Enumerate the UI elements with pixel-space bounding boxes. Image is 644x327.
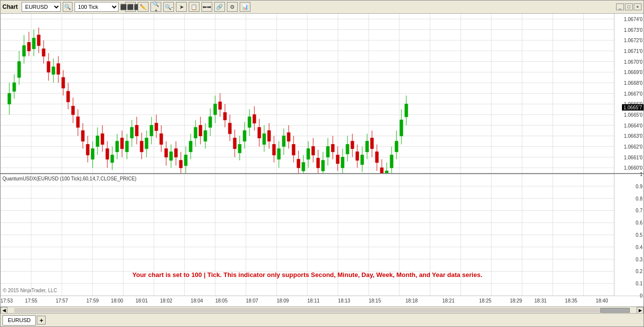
settings-btn[interactable]: ⚙ [227,2,238,12]
indicator-axis: 10.90.80.70.60.50.40.30.20.10 [614,174,644,296]
add-tab-button[interactable]: + [37,316,46,325]
price-axis-label: 1.0674'0 [624,16,643,22]
svg-rect-167 [326,147,329,157]
time-axis-label: 18:15 [369,298,381,303]
cursor-btn[interactable]: ➤ [176,2,187,12]
tab-eurusd[interactable]: EURUSD [2,315,36,326]
svg-rect-179 [356,152,359,160]
price-axis-label: 1.0671'0 [624,48,643,53]
svg-rect-41 [18,62,21,78]
svg-rect-59 [62,77,65,88]
price-axis-label: 1.0667'0 [624,91,643,96]
move-btn[interactable]: ⬅➡ [201,2,212,12]
svg-rect-145 [272,145,275,155]
svg-rect-113 [194,127,197,138]
indicator-canvas[interactable]: QuantumUSDX(EURUSD (100 Tick),60,14,7,CL… [0,174,614,296]
chart-grid-svg [0,14,614,173]
time-axis-label: 18:01 [135,298,148,303]
svg-rect-81 [116,141,119,152]
svg-rect-191 [385,171,388,173]
scroll-right-btn[interactable]: ▶ [637,307,644,314]
time-axis-spacer [614,296,644,306]
indicator-axis-label: 0.8 [636,196,643,201]
svg-rect-189 [380,168,383,173]
zoom-out-btn[interactable]: 🔍- [163,2,174,12]
time-axis-label: 18:40 [595,298,608,303]
time-axis-label: 18:09 [276,298,289,303]
close-btn[interactable]: × [634,3,642,10]
svg-rect-161 [312,147,315,155]
chart-canvas[interactable] [0,14,614,173]
svg-rect-105 [174,149,177,157]
search-button[interactable]: 🔍 [63,2,73,12]
price-axis-label: 1.0661'0 [624,154,643,160]
price-axis-label: 1.0660'0 [624,165,643,171]
time-axis-label: 17:59 [86,298,99,303]
bar-chart-btn[interactable]: ⬛⬛⬛ [125,2,136,12]
chart-main[interactable]: 1.0674'01.0673'01.0672'01.0671'01.0670'0… [0,14,644,173]
maximize-btn[interactable]: □ [625,3,633,10]
svg-rect-89 [135,126,138,136]
indicator-axis-label: 0.7 [636,208,643,213]
svg-rect-63 [72,106,74,115]
svg-rect-73 [96,136,99,147]
svg-rect-115 [199,126,202,136]
current-price-label: 1.0665'7 [622,104,644,110]
time-axis-label: 17:53 [0,298,13,303]
link-btn[interactable]: 🔗 [214,2,225,12]
svg-rect-109 [184,155,187,166]
svg-rect-75 [101,134,104,145]
price-axis-label: 1.0673'0 [624,27,643,32]
svg-rect-171 [336,155,339,163]
template-btn[interactable]: 📋 [189,2,199,12]
timeframe-select[interactable]: 100 Tick [74,2,119,12]
svg-rect-163 [317,158,320,168]
price-axis-label: 1.0664'0 [624,123,643,128]
svg-rect-91 [140,141,143,152]
svg-rect-125 [223,113,226,120]
svg-rect-107 [179,160,182,168]
svg-rect-69 [86,145,89,155]
svg-rect-61 [67,91,70,102]
svg-rect-83 [121,138,124,149]
svg-rect-169 [331,145,334,152]
time-axis-label: 17:57 [56,298,68,303]
svg-rect-101 [165,149,168,157]
svg-rect-139 [258,127,261,138]
scroll-left-btn[interactable]: ◀ [0,307,7,314]
scrollbar-thumb[interactable] [600,308,630,313]
svg-rect-155 [297,159,300,168]
price-axis-label: 1.0668'0 [624,80,643,85]
svg-rect-147 [277,149,280,159]
zoom-in-btn[interactable]: 🔍+ [150,2,161,12]
window-controls: _ □ × [616,3,642,10]
time-axis-label: 18:11 [307,298,320,303]
svg-rect-159 [307,149,310,159]
svg-rect-137 [253,115,256,123]
svg-rect-131 [238,145,241,153]
symbol-select[interactable]: EURUSD [22,2,61,12]
horizontal-scrollbar[interactable]: ◀ ▶ [0,306,644,313]
svg-rect-199 [405,104,408,117]
indicator-axis-label: 0.5 [636,232,643,238]
svg-rect-85 [125,141,128,152]
indicator-axis-label: 0.4 [636,244,643,250]
svg-rect-135 [248,117,251,127]
draw-btn[interactable]: ✏️ [138,2,149,12]
svg-rect-53 [47,62,50,73]
svg-rect-157 [302,162,305,171]
minimize-btn[interactable]: _ [616,3,624,10]
svg-rect-123 [219,102,222,109]
indicator-btn[interactable]: 📊 [240,2,250,12]
svg-rect-103 [170,152,173,160]
scrollbar-track[interactable] [14,308,630,313]
svg-rect-95 [150,126,153,136]
indicator-axis-label: 0.9 [636,183,643,189]
svg-rect-49 [37,35,40,46]
time-axis-label: 18:31 [534,298,546,303]
svg-rect-127 [228,123,231,134]
svg-rect-51 [42,49,45,56]
svg-rect-93 [145,138,148,149]
chart-container: 1.0674'01.0673'01.0672'01.0671'01.0670'0… [0,14,644,327]
price-axis-label: 1.0662'0 [624,144,643,149]
